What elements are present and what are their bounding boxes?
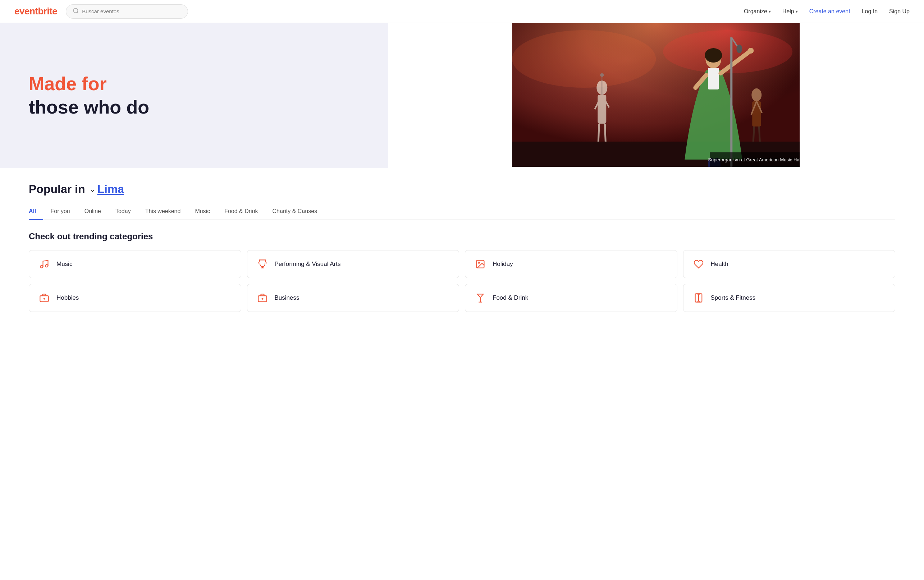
category-card-health[interactable]: Health [683,250,896,278]
category-card-music[interactable]: Music [29,250,241,278]
tab-online[interactable]: Online [77,204,108,220]
category-card-performing-arts[interactable]: Performing & Visual Arts [247,250,459,278]
popular-title: Popular in ⌄ Lima [29,183,895,196]
svg-point-19 [748,48,754,54]
category-card-sports[interactable]: Sports & Fitness [683,284,896,312]
help-chevron-icon: ▾ [796,9,798,14]
music-icon [38,258,51,270]
category-label-sports: Sports & Fitness [711,294,756,302]
svg-point-34 [41,265,43,268]
hero-made-for: Made for [29,74,366,94]
location-chevron-icon[interactable]: ⌄ [89,185,96,194]
svg-text:Superorganism at Great America: Superorganism at Great American Music Ha… [708,157,802,162]
search-input[interactable] [82,8,181,14]
svg-rect-17 [708,68,719,89]
category-card-food-drink[interactable]: Food & Drink [465,284,677,312]
popular-location: ⌄ Lima [89,183,124,196]
navbar: eventbrite Organize ▾ Help ▾ Create an e… [0,0,924,23]
tab-all[interactable]: All [29,204,43,220]
category-card-hobbies[interactable]: Hobbies [29,284,241,312]
login-link[interactable]: Log In [862,8,878,15]
tab-music[interactable]: Music [188,204,217,220]
svg-point-16 [705,48,722,63]
organize-menu[interactable]: Organize ▾ [744,8,771,15]
logo[interactable]: eventbrite [14,6,57,17]
hero-section: Made for those who do [0,23,924,168]
categories-section: Check out trending categories Music Perf… [0,231,924,333]
svg-point-4 [512,30,656,88]
categories-title: Check out trending categories [29,231,895,242]
drink-icon [474,292,487,304]
tab-this-weekend[interactable]: This weekend [138,204,188,220]
category-tabs: All For you Online Today This weekend Mu… [29,204,895,220]
help-menu[interactable]: Help ▾ [782,8,798,15]
svg-point-37 [478,262,480,264]
organize-chevron-icon: ▾ [769,9,771,14]
help-label: Help [782,8,794,15]
image-icon [474,258,487,270]
svg-line-30 [754,127,754,142]
tab-food-drink[interactable]: Food & Drink [217,204,265,220]
business-icon [256,292,269,304]
category-label-music: Music [56,260,72,268]
hobbies-icon [38,292,51,304]
svg-line-11 [599,124,599,142]
popular-in-text: Popular in [29,183,85,196]
popular-section: Popular in ⌄ Lima All For you Online Tod… [0,168,924,220]
svg-point-23 [737,44,742,53]
create-event-link[interactable]: Create an event [809,8,850,15]
tab-for-you[interactable]: For you [43,204,77,220]
hero-left: Made for those who do [0,23,388,168]
svg-point-14 [601,73,604,77]
category-label-health: Health [711,260,728,268]
search-bar [66,4,188,19]
categories-grid: Music Performing & Visual Arts Holiday H… [29,250,895,312]
signup-link[interactable]: Sign Up [889,8,910,15]
theater-icon [256,258,269,270]
category-label-food-drink: Food & Drink [493,294,528,302]
svg-rect-27 [752,101,761,127]
popular-city[interactable]: Lima [97,183,124,196]
hero-image: Superorganism at Great American Music Ha… [388,23,924,167]
svg-line-12 [605,124,606,142]
category-label-hobbies: Hobbies [56,294,79,302]
category-label-performing-arts: Performing & Visual Arts [275,260,341,268]
organize-label: Organize [744,8,767,15]
svg-line-31 [759,127,760,142]
tab-today[interactable]: Today [108,204,138,220]
heart-icon [692,258,705,270]
category-card-business[interactable]: Business [247,284,459,312]
search-icon [73,8,79,15]
svg-point-0 [74,8,78,13]
category-card-holiday[interactable]: Holiday [465,250,677,278]
tab-charity-causes[interactable]: Charity & Causes [265,204,325,220]
svg-point-35 [46,264,48,267]
hero-tagline: those who do [29,97,366,117]
svg-point-26 [752,88,762,101]
sports-icon [692,292,705,304]
hero-right: Superorganism at Great American Music Ha… [388,23,924,168]
category-label-holiday: Holiday [493,260,513,268]
category-label-business: Business [275,294,299,302]
nav-right: Organize ▾ Help ▾ Create an event Log In… [744,8,910,15]
